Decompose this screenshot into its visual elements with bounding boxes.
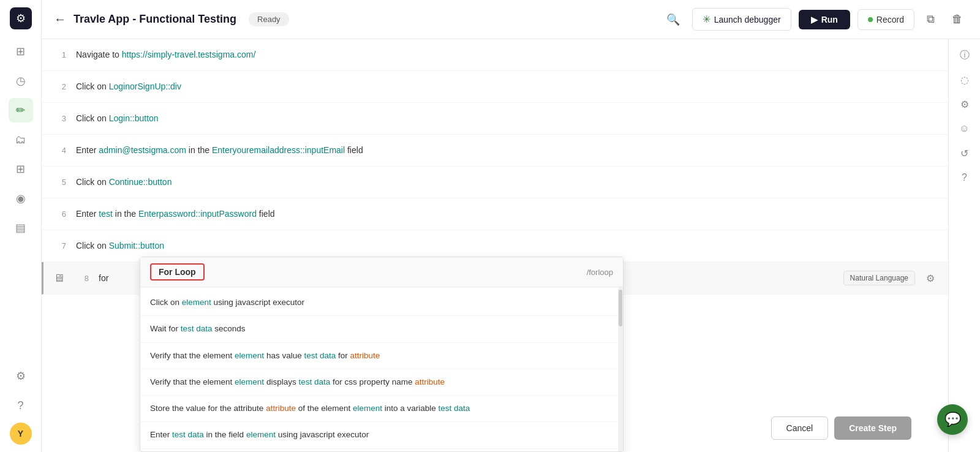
header: ← Travle App - Functional Testing Ready …	[42, 0, 980, 39]
run-icon: ▶	[811, 15, 818, 24]
dropdown-scrollbar[interactable]	[618, 287, 623, 451]
search-button[interactable]: 🔍	[662, 8, 685, 31]
table-row: 4 Enter admin@testsigma.com in the Enter…	[42, 135, 948, 167]
table-row: 2 Click on LoginorSignUp::div	[42, 71, 948, 103]
natural-language-button[interactable]: Natural Language	[843, 271, 915, 285]
content-area: 1 Navigate to https://simply-travel.test…	[42, 39, 980, 452]
page-title: Travle App - Functional Testing	[74, 13, 236, 26]
sidebar-icon-edit[interactable]: ✏	[9, 98, 33, 122]
main-area: ← Travle App - Functional Testing Ready …	[42, 0, 980, 452]
sidebar-icon-settings[interactable]: ⚙	[9, 364, 33, 388]
scrollbar-thumb	[619, 290, 622, 326]
suggestion-dropdown: For Loop /forloop Click on element using…	[140, 257, 624, 452]
back-button[interactable]: ←	[54, 12, 66, 26]
table-row: 5 Click on Continue::button	[42, 167, 948, 198]
cancel-button[interactable]: Cancel	[771, 416, 829, 440]
table-row: 3 Click on Login::button	[42, 103, 948, 135]
sidebar-icon-chart[interactable]: ▤	[9, 216, 33, 240]
sidebar-icon-dashboard[interactable]: ◷	[9, 69, 33, 93]
sidebar-icon-help[interactable]: ?	[9, 393, 33, 418]
sidebar-icon-grid[interactable]: ⊞	[9, 39, 33, 64]
sidebar-icon-circle[interactable]: ◉	[9, 186, 33, 211]
list-item[interactable]: Verify that the element element displays…	[140, 369, 618, 396]
list-item[interactable]: Store the value for the attribute attrib…	[140, 396, 618, 422]
status-badge: Ready	[249, 12, 289, 26]
help-icon[interactable]: ?	[954, 167, 976, 189]
sidebar-icon-folder[interactable]: 🗂	[9, 127, 33, 152]
table-row: 1 Navigate to https://simply-travel.test…	[42, 39, 948, 71]
right-sidebar: ⓘ ◌ ⚙ ☺ ↺ ?	[948, 39, 980, 452]
list-item[interactable]: Click on element using javascript execut…	[140, 290, 618, 316]
delete-button[interactable]: 🗑	[947, 8, 968, 31]
sidebar-icon-apps[interactable]: ⊞	[9, 157, 33, 181]
table-row: 6 Enter test in the Enterpassword::input…	[42, 198, 948, 230]
logo[interactable]: ⚙	[10, 7, 32, 29]
launch-debugger-button[interactable]: ✳ Launch debugger	[692, 8, 791, 31]
dropdown-list: Click on element using javascript execut…	[140, 287, 623, 451]
history-icon[interactable]: ↺	[954, 142, 976, 164]
spinner-icon[interactable]: ◌	[954, 69, 976, 91]
record-button[interactable]: Record	[858, 9, 914, 30]
settings-icon[interactable]: ⚙	[954, 93, 976, 115]
run-button[interactable]: ▶ Run	[799, 10, 850, 29]
record-dot	[868, 17, 873, 22]
bug-icon: ✳	[703, 13, 710, 25]
list-item[interactable]: Wait for test data seconds	[140, 316, 618, 342]
chat-bubble[interactable]: 💬	[937, 404, 968, 435]
step-type-icon: 🖥	[53, 272, 64, 285]
face-icon[interactable]: ☺	[954, 118, 976, 140]
list-item[interactable]: Enter test data in the field element usi…	[140, 422, 618, 448]
action-bar: Cancel Create Step	[771, 416, 911, 440]
info-icon[interactable]: ⓘ	[954, 44, 976, 66]
step-settings-icon[interactable]: ⚙	[925, 271, 936, 285]
duplicate-button[interactable]: ⧉	[922, 8, 940, 31]
for-loop-tag[interactable]: For Loop	[150, 263, 205, 281]
dropdown-header: For Loop /forloop	[140, 257, 623, 287]
dropdown-scroll: Click on element using javascript execut…	[140, 287, 623, 451]
create-step-button[interactable]: Create Step	[834, 416, 911, 440]
left-sidebar: ⚙ ⊞ ◷ ✏ 🗂 ⊞ ◉ ▤ ⚙ ? Y	[0, 0, 42, 452]
list-item[interactable]: Verify that the element element has valu…	[140, 343, 618, 369]
forloop-shortcut: /forloop	[587, 268, 613, 277]
editor-area[interactable]: 1 Navigate to https://simply-travel.test…	[42, 39, 948, 452]
avatar[interactable]: Y	[10, 423, 32, 445]
